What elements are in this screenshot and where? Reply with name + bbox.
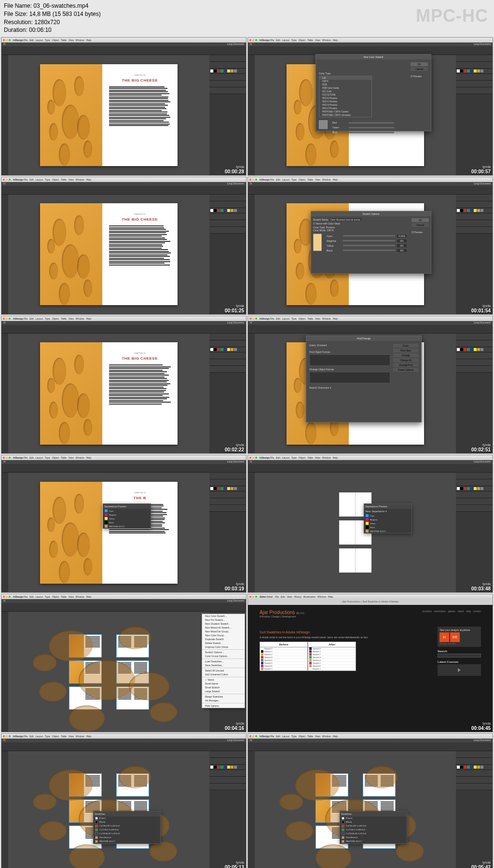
new-swatch-dialog[interactable]: New Color Swatch Color Type: LabCMYKRGBH… bbox=[316, 54, 431, 131]
canvas[interactable]: CHAPTER XITHE B bbox=[8, 473, 209, 592]
thumbnail-000154[interactable]: InDesign FileEditLayoutTypeObjectTableVi… bbox=[247, 177, 493, 315]
tools-panel[interactable] bbox=[248, 195, 255, 314]
toolbar[interactable] bbox=[248, 464, 493, 473]
lynda-watermark: lynda bbox=[236, 165, 244, 168]
canvas[interactable]: CHAPTER XI THE BIG CHEESE bbox=[8, 334, 209, 453]
toolbar[interactable] bbox=[1, 464, 246, 473]
tools-panel[interactable] bbox=[1, 55, 8, 175]
toolbar[interactable] bbox=[1, 186, 246, 195]
canvas[interactable] bbox=[8, 612, 209, 731]
canvas[interactable] bbox=[255, 751, 456, 868]
toolbar[interactable] bbox=[248, 325, 493, 334]
tools-panel[interactable] bbox=[1, 195, 8, 314]
timestamp: 00:01:25 bbox=[225, 308, 244, 313]
page-title: THE BIG CHEESE bbox=[122, 78, 158, 83]
app-window: IdLong Document CHAPTER XI THE BIG CHEES… bbox=[1, 42, 246, 175]
mac-menubar: InDesign FileEditLayoutTypeObjectTableVi… bbox=[248, 38, 493, 42]
document-spread: CHAPTER XI THE BIG CHEESE bbox=[40, 203, 178, 305]
mac-menubar: InDesign FileEditLayoutTypeObjectTableVi… bbox=[248, 734, 493, 739]
safari-window: Ajar Productions » Sort Swatches in Adob… bbox=[248, 599, 493, 731]
toolbar[interactable] bbox=[1, 603, 246, 612]
timestamp: 00:01:54 bbox=[471, 308, 491, 313]
app-window: IdLong Document New Color Swatch Color T… bbox=[248, 42, 493, 175]
panels-dock[interactable] bbox=[209, 334, 246, 453]
panels-dock[interactable] bbox=[209, 195, 246, 314]
timestamp: 00:05:42 bbox=[471, 865, 491, 868]
tools-panel[interactable] bbox=[248, 751, 255, 868]
lynda-watermark: lynda bbox=[482, 861, 491, 864]
panels-dock[interactable] bbox=[456, 751, 493, 868]
tools-panel[interactable] bbox=[248, 334, 255, 453]
watermark: MPC-HC bbox=[416, 4, 488, 28]
canvas[interactable] bbox=[255, 473, 456, 592]
tools-panel[interactable] bbox=[1, 612, 8, 731]
app-window: IdLong Document Swatches [Paper][Black]C… bbox=[248, 739, 493, 868]
mac-menubar: InDesign FileEditLayoutTypeObjectTableVi… bbox=[1, 316, 246, 321]
mac-menubar: InDesign FileEditLayoutTypeObjectTableVi… bbox=[248, 455, 493, 460]
page-right: CHAPTER XI THE BIG CHEESE bbox=[102, 342, 178, 444]
lynda-watermark: lynda bbox=[236, 722, 244, 725]
browser-chrome[interactable]: Ajar Productions » Sort Swatches in Adob… bbox=[248, 599, 493, 605]
app-window: IdLong Document Swatches [Paper][Black]C… bbox=[1, 739, 246, 868]
app-window: IdLong Document Find/Change Query: [Cust… bbox=[248, 321, 493, 453]
thumbnail-000319[interactable]: InDesign FileEditLayoutTypeObjectTableVi… bbox=[1, 455, 247, 593]
mac-menubar: InDesign FileEditLayoutTypeObjectTableVi… bbox=[1, 734, 246, 739]
panels-dock[interactable] bbox=[456, 195, 493, 314]
document-spread: CHAPTER XI THE BIG CHEESE bbox=[40, 64, 178, 166]
app-window: IdLong Document Swatch Options Swatch Na… bbox=[248, 182, 493, 314]
page-title: THE BIG CHEESE bbox=[122, 356, 158, 361]
toolbar[interactable] bbox=[1, 742, 246, 751]
swatches-panel[interactable]: Swatches [Paper][Black]C=0 M=100 Y=100 K… bbox=[340, 811, 407, 844]
app-window: IdLong Document CHAPTER XI THE BIG CHEES… bbox=[1, 321, 246, 453]
canvas[interactable]: CHAPTER XI THE BIG CHEESE bbox=[8, 55, 209, 175]
lynda-watermark: lynda bbox=[236, 861, 244, 864]
toolbar[interactable] bbox=[1, 46, 246, 55]
lynda-watermark: lynda bbox=[236, 582, 244, 586]
lynda-watermark: lynda bbox=[482, 582, 491, 586]
page-title: THE BIG CHEESE bbox=[122, 217, 158, 222]
app-window: IdLong Document New Color Swatch...New T… bbox=[1, 599, 246, 731]
swatches-panel[interactable]: Swatches [Paper][Black]C=0 M=100 Y=100 K… bbox=[93, 811, 161, 844]
thumbnail-000416[interactable]: InDesign FileEditLayoutTypeObjectTableVi… bbox=[1, 594, 247, 732]
thumbnail-000348[interactable]: InDesign FileEditLayoutTypeObjectTableVi… bbox=[247, 455, 493, 593]
canvas[interactable]: CHAPTER XI THE BIG CHEESE bbox=[8, 195, 209, 314]
timestamp: 00:02:22 bbox=[225, 447, 244, 452]
timestamp: 00:04:45 bbox=[471, 726, 491, 731]
toolbar[interactable] bbox=[248, 186, 493, 195]
thumbnail-000222[interactable]: InDesign FileEditLayoutTypeObjectTableVi… bbox=[1, 316, 247, 454]
thumbnail-000057[interactable]: InDesign FileEditLayoutTypeObjectTableVi… bbox=[247, 37, 493, 175]
find-change-dialog[interactable]: Find/Change Query: [Custom] Find Object … bbox=[306, 336, 422, 422]
timestamp: 00:03:48 bbox=[471, 586, 491, 591]
mac-menubar: InDesign FileEditLayoutTypeObjectTableVi… bbox=[248, 316, 493, 321]
panels-dock[interactable] bbox=[456, 473, 493, 592]
panels-dock[interactable] bbox=[209, 55, 246, 175]
thumbnail-000028[interactable]: InDesign FileEditLayoutTypeObjectTableVi… bbox=[1, 37, 247, 175]
panels-dock[interactable] bbox=[456, 334, 493, 453]
article-title: Sort Swatches in Adobe InDesign bbox=[260, 630, 428, 634]
before-after-comparison: BeforeSwatch 0Swatch 1Swatch 2Swatch 3Sw… bbox=[260, 642, 356, 671]
toolbar[interactable] bbox=[248, 742, 493, 751]
thumbnail-000125[interactable]: InDesign FileEditLayoutTypeObjectTableVi… bbox=[1, 177, 247, 315]
toolbar[interactable] bbox=[1, 325, 246, 334]
panels-dock[interactable] bbox=[456, 55, 493, 175]
tools-panel[interactable] bbox=[248, 473, 255, 592]
tools-panel[interactable] bbox=[1, 334, 8, 453]
timestamp: 00:05:13 bbox=[225, 865, 244, 868]
mac-menubar: InDesign FileEditLayoutTypeObjectTableVi… bbox=[1, 455, 246, 460]
separations-panel[interactable]: Separations Preview CyanMagentaYellowBla… bbox=[103, 504, 151, 529]
tools-panel[interactable] bbox=[248, 55, 255, 175]
thumbnail-000513[interactable]: InDesign FileEditLayoutTypeObjectTableVi… bbox=[1, 733, 247, 868]
swatches-context-menu[interactable]: New Color Swatch...New Tint Swatch...New… bbox=[202, 614, 245, 708]
canvas[interactable] bbox=[8, 751, 209, 868]
swatch-options-dialog[interactable]: Swatch Options Swatch Name: Dark Mustard… bbox=[311, 211, 431, 274]
thumbnail-000251[interactable]: InDesign FileEditLayoutTypeObjectTableVi… bbox=[247, 316, 493, 454]
panels-dock[interactable] bbox=[209, 751, 246, 868]
tools-panel[interactable] bbox=[1, 473, 8, 592]
thumbnail-000542[interactable]: InDesign FileEditLayoutTypeObjectTableVi… bbox=[247, 733, 493, 868]
mac-menubar: InDesign FileEditLayoutTypeObjectTableVi… bbox=[1, 177, 246, 182]
mac-menubar: InDesign FileEditLayoutTypeObjectTableVi… bbox=[1, 594, 246, 599]
panels-dock[interactable] bbox=[209, 473, 246, 592]
tools-panel[interactable] bbox=[1, 751, 8, 868]
thumbnail-000445[interactable]: Safari SafariFileEditViewHistoryBookmark… bbox=[247, 594, 493, 732]
separations-panel[interactable]: Separations Preview View: Separations ▾ … bbox=[364, 504, 412, 533]
